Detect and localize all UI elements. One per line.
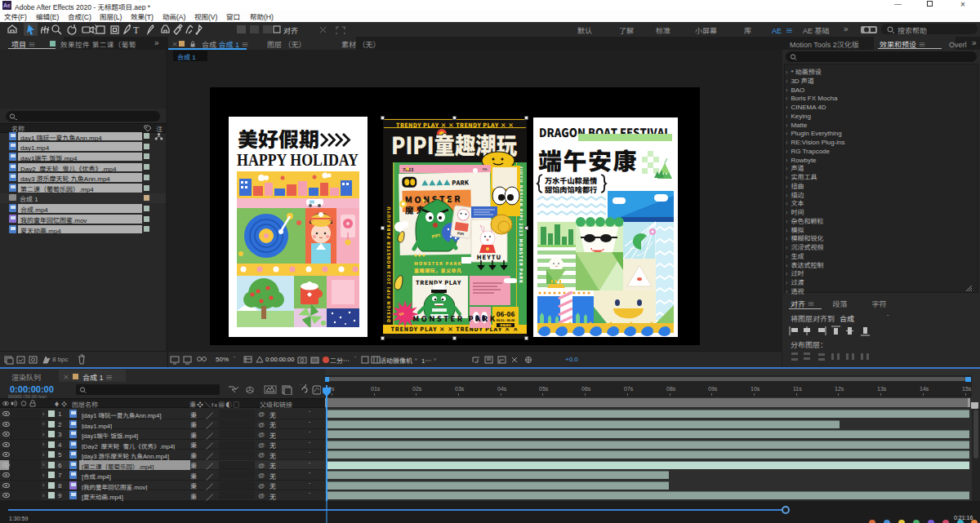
- svg-text:MONSTER PARK: MONSTER PARK: [412, 313, 497, 324]
- svg-text:06-06: 06-06: [497, 309, 515, 318]
- svg-text:童趣潮玩，意义非凡: 童趣潮玩，意义非凡: [414, 267, 462, 274]
- svg-text:06.01 - 06.06: 06.01 - 06.06: [497, 318, 514, 322]
- svg-text:PIPI: PIPI: [457, 230, 466, 236]
- svg-text:甜馅肉馅啥都行: 甜馅肉馅啥都行: [545, 184, 597, 195]
- svg-text:童趣潮玩: 童趣潮玩: [500, 323, 511, 327]
- svg-text:MONSTER PARK: MONSTER PARK: [414, 260, 462, 267]
- svg-text:HAPPY HOLIDAY: HAPPY HOLIDAY: [237, 150, 359, 170]
- svg-text:DESIGN PIPI 2023 MONSTER PARKJ: DESIGN PIPI 2023 MONSTER PARKJIUYU: [385, 206, 392, 322]
- svg-text:PARK: PARK: [452, 177, 470, 186]
- svg-text:美好假期: 美好假期: [238, 123, 319, 153]
- svg-text:端午安康: 端午安康: [538, 142, 638, 176]
- svg-text:PA: PA: [483, 166, 488, 171]
- svg-text:HEYTU: HEYTU: [477, 252, 502, 261]
